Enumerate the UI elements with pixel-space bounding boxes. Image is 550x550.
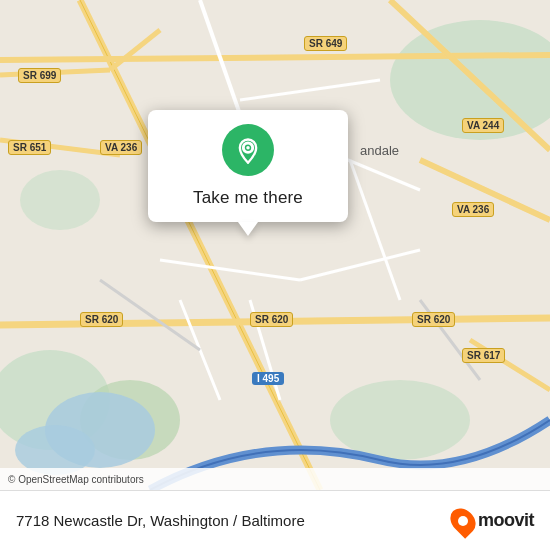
moovit-pin-icon [445, 503, 480, 538]
map-container[interactable]: andale SR 699 SR 651 VA 236 SR 649 VA 24… [0, 0, 550, 490]
road-label-va244: VA 244 [462, 118, 504, 133]
road-label-sr699: SR 699 [18, 68, 61, 83]
moovit-pin-inner [458, 516, 468, 526]
moovit-logo: moovit [452, 507, 534, 535]
road-label-sr620b: SR 620 [250, 312, 293, 327]
location-pin-icon [222, 124, 274, 176]
location-popup: Take me there [148, 110, 348, 222]
attribution-text: © OpenStreetMap contributors [8, 474, 144, 485]
road-label-va236b: VA 236 [452, 202, 494, 217]
take-me-there-button[interactable]: Take me there [193, 186, 303, 210]
road-label-sr620c: SR 620 [412, 312, 455, 327]
svg-point-5 [20, 170, 100, 230]
address-text: 7718 Newcastle Dr, Washington / Baltimor… [16, 512, 305, 529]
map-attribution: © OpenStreetMap contributors [0, 468, 550, 490]
svg-point-30 [246, 146, 250, 150]
road-label-i495: I 495 [252, 372, 284, 385]
bottom-bar: 7718 Newcastle Dr, Washington / Baltimor… [0, 490, 550, 550]
road-label-sr651: SR 651 [8, 140, 51, 155]
map-svg: andale [0, 0, 550, 490]
svg-point-4 [330, 380, 470, 460]
road-label-sr649: SR 649 [304, 36, 347, 51]
svg-text:andale: andale [360, 143, 399, 158]
moovit-brand-text: moovit [478, 510, 534, 531]
road-label-sr617: SR 617 [462, 348, 505, 363]
road-label-sr620a: SR 620 [80, 312, 123, 327]
road-label-va236a: VA 236 [100, 140, 142, 155]
pin-svg [234, 136, 262, 164]
